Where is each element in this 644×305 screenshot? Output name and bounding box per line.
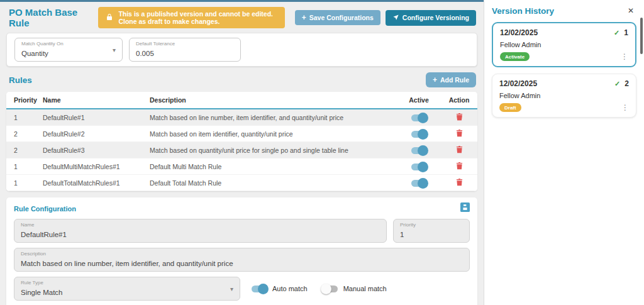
version-card[interactable]: 12/02/2025 ✓ 2 Fellow Admin Draft ⋮: [492, 74, 636, 118]
table-row[interactable]: 1 DefaultMultiMatchRules#1 Default Multi…: [6, 158, 477, 175]
default-tolerance-value: 0.005: [136, 50, 154, 57]
rule-name-field[interactable]: Name DefaultRule#1: [14, 219, 387, 243]
rule-priority-value: 1: [400, 231, 404, 238]
manual-match-label: Manual match: [343, 285, 387, 292]
rule-name: DefaultRule#1: [43, 114, 150, 121]
version-history-panel: Version History ✕ 12/02/2025 ✓ 1 Fellow …: [484, 0, 644, 305]
col-active: Active: [397, 96, 441, 104]
active-toggle[interactable]: [411, 131, 426, 138]
rule-description: Default Total Match Rule: [150, 179, 397, 187]
kebab-menu-icon[interactable]: ⋮: [621, 104, 629, 111]
rule-name: DefaultRule#2: [43, 130, 150, 138]
rule-priority-field[interactable]: Priority 1: [393, 219, 470, 243]
rule-name-value: DefaultRule#1: [21, 231, 67, 238]
activate-badge[interactable]: Activate: [500, 52, 530, 61]
version-author: Fellow Admin: [500, 41, 628, 48]
versioning-icon: [392, 14, 399, 22]
rule-type-value: Single Match: [21, 289, 62, 296]
chevron-down-icon: ▾: [113, 47, 116, 53]
rule-priority: 1: [6, 179, 43, 187]
save-icon[interactable]: [460, 202, 470, 214]
delete-icon[interactable]: [456, 162, 463, 170]
add-rule-button[interactable]: + Add Rule: [426, 72, 476, 87]
rule-type-label: Rule Type: [21, 280, 233, 286]
close-icon[interactable]: ✕: [625, 5, 636, 16]
auto-match-label: Auto match: [272, 285, 308, 292]
col-name: Name: [43, 96, 150, 104]
save-configurations-label: Save Configurations: [309, 14, 374, 21]
delete-icon[interactable]: [456, 129, 463, 137]
rule-name: DefaultRule#3: [43, 147, 150, 154]
save-configurations-button[interactable]: + Save Configurations: [295, 10, 380, 25]
default-tolerance-field[interactable]: Default Tolerance 0.005: [129, 38, 241, 62]
match-quantity-on-select[interactable]: Match Quantity On Quantity ▾: [14, 38, 123, 62]
published-warning-banner: This is a published version and cannot b…: [98, 7, 284, 28]
active-toggle[interactable]: [411, 147, 426, 154]
table-row[interactable]: 2 DefaultRule#3 Match based on quantity/…: [6, 142, 477, 158]
match-quantity-on-label: Match Quantity On: [21, 41, 116, 47]
draft-badge[interactable]: Draft: [499, 103, 521, 112]
version-date: 12/02/2025: [499, 79, 537, 88]
version-number: 1: [624, 28, 628, 37]
active-toggle[interactable]: [411, 114, 426, 121]
main-content: PO Match Base Rule This is a published v…: [0, 0, 484, 305]
plus-icon: +: [302, 14, 306, 21]
lock-icon: [106, 13, 113, 22]
rule-priority-label: Priority: [400, 222, 463, 228]
version-card[interactable]: 12/02/2025 ✓ 1 Fellow Admin Activate ⋮: [492, 22, 636, 67]
plus-icon: +: [433, 76, 437, 84]
rule-configuration-card: Rule Configuration Name DefaultRule#1 Pr…: [6, 197, 477, 305]
rules-table-header: Priority Name Description Active Action: [6, 92, 477, 109]
rule-description-label: Description: [21, 251, 463, 257]
rule-description: Match based on item identifier, quantity…: [150, 130, 397, 138]
rules-heading: Rules: [9, 75, 32, 85]
rule-name: DefaultMultiMatchRules#1: [43, 163, 150, 170]
rules-table: Priority Name Description Active Action …: [6, 92, 477, 191]
check-icon: ✓: [614, 80, 620, 88]
version-number: 2: [625, 79, 629, 88]
match-quantity-on-value: Quantity: [21, 50, 48, 57]
rule-configuration-heading: Rule Configuration: [14, 205, 76, 213]
check-icon: ✓: [614, 29, 619, 37]
rule-type-row: Rule Type Single Match ▾ Auto match Manu…: [14, 277, 470, 301]
add-rule-label: Add Rule: [440, 76, 469, 84]
page-header: PO Match Base Rule This is a published v…: [0, 2, 484, 31]
rule-description: Match based on quantity/unit price for s…: [150, 147, 397, 154]
page-title: PO Match Base Rule: [9, 7, 93, 28]
filters-card: Match Quantity On Quantity ▾ Default Tol…: [6, 33, 477, 67]
rule-type-select[interactable]: Rule Type Single Match ▾: [14, 277, 240, 301]
manual-match-toggle[interactable]: [323, 286, 338, 292]
active-toggle[interactable]: [411, 180, 426, 187]
delete-icon[interactable]: [456, 178, 463, 186]
table-row[interactable]: 1 DefaultRule#1 Match based on line numb…: [6, 109, 477, 126]
rule-description: Default Multi Match Rule: [150, 163, 397, 170]
delete-icon[interactable]: [456, 145, 463, 153]
rule-name: DefaultTotalMatchRules#1: [43, 179, 150, 187]
rule-description-value: Match based on line number, item identif…: [21, 260, 233, 267]
rule-priority: 1: [6, 163, 43, 170]
name-priority-row: Name DefaultRule#1 Priority 1: [14, 219, 470, 243]
rule-name-label: Name: [21, 222, 380, 228]
rule-description: Match based on line number, item identif…: [150, 114, 397, 121]
rules-section-header: Rules + Add Rule: [0, 67, 484, 92]
rule-description-field[interactable]: Description Match based on line number, …: [14, 248, 470, 272]
col-action: Action: [441, 96, 477, 104]
default-tolerance-label: Default Tolerance: [136, 41, 234, 47]
table-row[interactable]: 1 DefaultTotalMatchRules#1 Default Total…: [6, 175, 477, 191]
auto-match-toggle[interactable]: [252, 286, 267, 292]
chevron-down-icon: ▾: [230, 286, 233, 292]
configure-versioning-label: Configure Versioning: [402, 14, 469, 21]
delete-icon[interactable]: [456, 113, 463, 121]
table-row[interactable]: 2 DefaultRule#2 Match based on item iden…: [6, 126, 477, 142]
rule-configuration-header: Rule Configuration: [14, 202, 470, 214]
configure-versioning-button[interactable]: Configure Versioning: [386, 10, 476, 26]
rule-priority: 2: [6, 130, 43, 138]
rule-priority: 2: [6, 147, 43, 154]
version-author: Fellow Admin: [499, 92, 629, 99]
active-toggle[interactable]: [411, 164, 426, 170]
kebab-menu-icon[interactable]: ⋮: [621, 53, 628, 60]
version-history-header: Version History ✕: [492, 5, 636, 16]
scrollbar[interactable]: [640, 18, 643, 54]
col-description: Description: [150, 96, 397, 104]
rule-priority: 1: [6, 114, 43, 121]
